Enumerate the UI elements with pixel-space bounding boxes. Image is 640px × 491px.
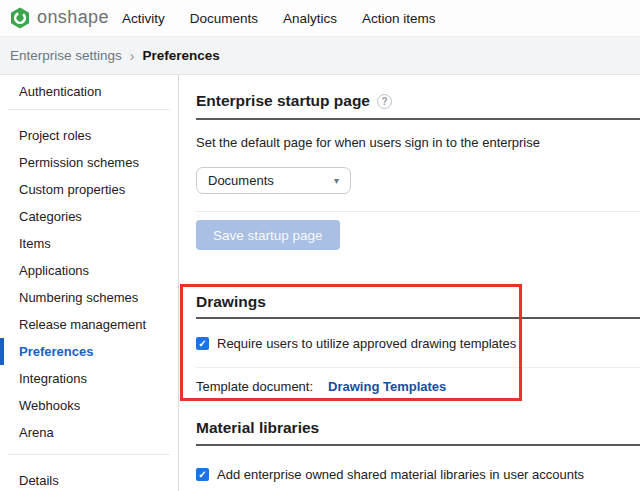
nav-item-analytics[interactable]: Analytics: [283, 11, 337, 26]
template-document-label: Template document:: [196, 379, 313, 394]
onshape-logo-icon: [8, 6, 32, 30]
nav-item-activity[interactable]: Activity: [122, 11, 165, 26]
drawing-templates-checkbox-row: ✓ Require users to utilize approved draw…: [196, 336, 516, 351]
chevron-down-icon: ▾: [334, 175, 339, 186]
sidebar-item-numbering-schemes[interactable]: Numbering schemes: [0, 284, 178, 311]
section-title-text: Enterprise startup page: [196, 92, 370, 110]
nav-item-documents[interactable]: Documents: [190, 11, 258, 26]
require-drawing-templates-checkbox[interactable]: ✓: [196, 337, 209, 350]
sidebar-item-applications[interactable]: Applications: [0, 257, 178, 284]
sidebar-item-release-management[interactable]: Release management: [0, 311, 178, 338]
section-rule: [196, 118, 640, 120]
nav-item-action-items[interactable]: Action items: [362, 11, 436, 26]
section-title-material-libraries: Material libraries: [196, 419, 319, 437]
sidebar-item-items[interactable]: Items: [0, 230, 178, 257]
sidebar-item-details[interactable]: Details: [0, 467, 178, 491]
material-libraries-checkbox-row: ✓ Add enterprise owned shared material l…: [196, 467, 584, 482]
sidebar-item-integrations[interactable]: Integrations: [0, 365, 178, 392]
onshape-wordmark: onshape: [37, 7, 109, 28]
startup-page-select-value: Documents: [208, 173, 334, 188]
material-libraries-label: Add enterprise owned shared material lib…: [217, 467, 584, 482]
onshape-logo[interactable]: onshape: [8, 6, 109, 30]
breadcrumb: Enterprise settings › Preferences: [0, 36, 640, 75]
sidebar-item-categories[interactable]: Categories: [0, 203, 178, 230]
sidebar-item-webhooks[interactable]: Webhooks: [0, 392, 178, 419]
section-rule-light: [196, 367, 640, 368]
breadcrumb-current-page: Preferences: [142, 48, 219, 63]
sidebar-item-custom-properties[interactable]: Custom properties: [0, 176, 178, 203]
startup-page-description: Set the default page for when users sign…: [196, 135, 540, 150]
section-rule-light: [196, 211, 640, 212]
settings-sidebar: Authentication Project roles Permission …: [0, 75, 179, 491]
template-document-row: Template document: Drawing Templates: [196, 379, 446, 394]
preferences-content: Enterprise startup page ? Set the defaul…: [179, 75, 640, 491]
chevron-right-icon: ›: [130, 48, 135, 64]
section-title-enterprise-startup-page: Enterprise startup page ?: [196, 92, 392, 110]
sidebar-item-authentication[interactable]: Authentication: [0, 78, 178, 105]
section-rule: [196, 444, 640, 446]
breadcrumb-enterprise-settings[interactable]: Enterprise settings: [10, 48, 122, 63]
sidebar-divider: [8, 454, 170, 455]
sidebar-item-preferences[interactable]: Preferences: [0, 338, 178, 365]
material-libraries-checkbox[interactable]: ✓: [196, 468, 209, 481]
section-title-drawings: Drawings: [196, 293, 266, 311]
sidebar-item-arena[interactable]: Arena: [0, 419, 178, 446]
sidebar-item-project-roles[interactable]: Project roles: [0, 122, 178, 149]
top-nav-bar: onshape Activity Documents Analytics Act…: [0, 0, 640, 36]
sidebar-item-permission-schemes[interactable]: Permission schemes: [0, 149, 178, 176]
help-icon[interactable]: ?: [377, 94, 392, 109]
sidebar-divider: [8, 109, 170, 110]
section-rule: [196, 317, 640, 319]
save-startup-page-button[interactable]: Save startup page: [196, 220, 340, 250]
drawing-templates-link[interactable]: Drawing Templates: [328, 379, 446, 394]
onshape-enterprise-settings-window: onshape Activity Documents Analytics Act…: [0, 0, 640, 491]
startup-page-select[interactable]: Documents ▾: [196, 167, 351, 194]
require-drawing-templates-label: Require users to utilize approved drawin…: [217, 336, 516, 351]
primary-nav: Activity Documents Analytics Action item…: [122, 11, 436, 26]
